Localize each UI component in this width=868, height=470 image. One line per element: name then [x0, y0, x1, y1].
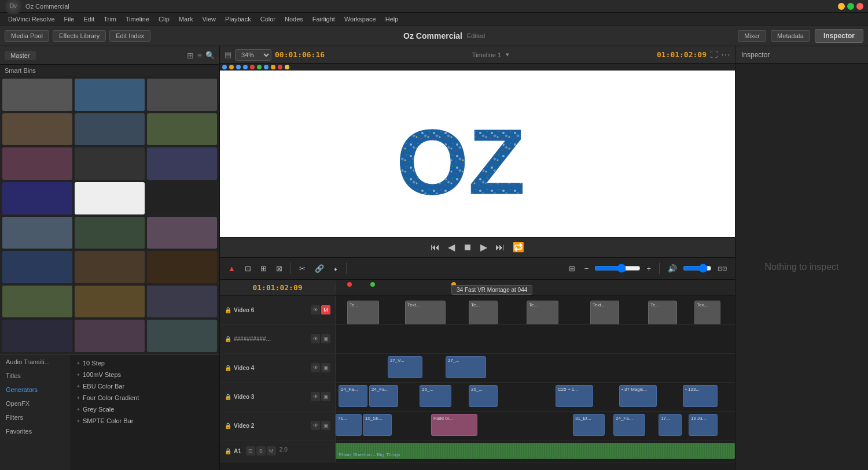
marker-orange2[interactable]	[271, 65, 275, 69]
v6-mute-btn[interactable]: M	[321, 305, 330, 314]
media-thumb-22[interactable]: 16_Women C...	[75, 320, 145, 352]
menu-item-color[interactable]: Color	[256, 14, 280, 24]
v4-eye-btn[interactable]: 👁	[311, 363, 320, 372]
v6-clip-1[interactable]: Te...	[347, 301, 379, 324]
marker-red2[interactable]	[278, 65, 282, 69]
v3-eye-btn[interactable]: 👁	[311, 392, 320, 401]
mixer-btn[interactable]: Mixer	[738, 30, 766, 42]
menu-item-view[interactable]: View	[197, 14, 220, 24]
generator-item-smpte-color-bar[interactable]: SMPTE Color Bar	[72, 415, 217, 427]
marker-green[interactable]	[257, 65, 262, 69]
marker-yellow[interactable]	[285, 65, 289, 69]
stop-btn[interactable]: ⏹	[461, 240, 475, 255]
volume-slider[interactable]	[683, 264, 712, 273]
v6-clip-2[interactable]: Text...	[405, 301, 446, 324]
media-thumb-5[interactable]: 3_Man Sittin...	[147, 113, 217, 146]
zoom-in-btn[interactable]: +	[643, 262, 654, 275]
generator-item-100mv-steps[interactable]: 100mV Steps	[72, 369, 217, 380]
blade-btn[interactable]: ✂	[296, 262, 309, 275]
v6-clip-3[interactable]: Te...	[469, 301, 498, 324]
v4-clip-1[interactable]: 27_V...	[388, 356, 422, 378]
media-thumb-6[interactable]: 6_Blurred Pe...	[2, 147, 72, 180]
v2-cam-btn[interactable]: ▣	[321, 421, 330, 430]
v6-clip-7[interactable]: Tex...	[694, 301, 720, 324]
v4-clip-2[interactable]: 27_...	[446, 356, 486, 378]
effect-cat-audiotransiti[interactable]: Audio Transiti...	[0, 355, 69, 369]
v3-cam-btn[interactable]: ▣	[321, 392, 330, 401]
trim-tool-btn[interactable]: ⊡	[241, 262, 255, 275]
v6-lock-btn[interactable]: 🔒	[225, 307, 231, 313]
menu-item-mark[interactable]: Mark	[174, 14, 197, 24]
more-btn[interactable]: ⋯	[721, 49, 730, 60]
media-thumb-9[interactable]: Timeline 1	[2, 182, 72, 214]
v2-clip-6[interactable]: 19 Ju...	[689, 414, 718, 436]
effect-cat-filters[interactable]: Filters	[0, 410, 69, 424]
menu-item-davinci-resolve[interactable]: DaVinci Resolve	[3, 14, 60, 24]
media-thumb-10[interactable]: oz2	[75, 182, 145, 214]
marker-blue3[interactable]	[243, 65, 248, 69]
list-view-btn[interactable]: ≡	[197, 51, 202, 60]
go-to-start-btn[interactable]: ⏮	[428, 240, 442, 255]
inspector-btn[interactable]: Inspector	[815, 29, 863, 43]
v5-eye-btn[interactable]: 👁	[311, 334, 320, 343]
minimize-btn[interactable]	[838, 3, 845, 10]
media-thumb-4[interactable]: 7_Timelapse...	[75, 113, 145, 146]
timeline-dropdown-icon[interactable]: ▾	[506, 51, 509, 58]
v2-clip-3[interactable]: 31_Et...	[573, 414, 605, 436]
media-thumb-20[interactable]: Dissolve_018...	[147, 286, 217, 318]
media-thumb-13[interactable]: 10_Sketching...	[75, 217, 145, 249]
generator-item-grey-scale[interactable]: Grey Scale	[72, 404, 217, 415]
media-thumb-17[interactable]: 64_Florence...	[147, 251, 217, 283]
a1-mute-btn[interactable]: M	[267, 446, 276, 456]
v3-lock-btn[interactable]: 🔒	[225, 394, 231, 400]
v2-lock-btn[interactable]: 🔒	[225, 423, 231, 429]
v2-clip-1[interactable]: 71...	[336, 414, 362, 436]
media-thumb-21[interactable]: 15_Shaking H...	[2, 320, 72, 352]
volume-btn[interactable]: 🔊	[664, 262, 681, 275]
generator-item-four-color-gradient[interactable]: Four Color Gradient	[72, 392, 217, 404]
media-thumb-18[interactable]: 63_Florence...	[2, 286, 72, 318]
snap-btn[interactable]: ⊞	[565, 262, 579, 275]
media-thumb-14[interactable]: 13_Womand...	[147, 217, 217, 249]
metadata-btn[interactable]: Metadata	[771, 30, 810, 42]
v4-lock-btn[interactable]: 🔒	[225, 365, 231, 371]
v2-clip-fade[interactable]: Fade bl...	[431, 414, 477, 436]
clip-view-btn[interactable]: ▤	[225, 50, 231, 59]
media-thumb-2[interactable]: 1_Man on Ph...	[147, 79, 217, 111]
v3-clip-6[interactable]: • 37 Magic...	[619, 385, 657, 407]
search-btn[interactable]: 🔍	[205, 51, 215, 60]
menu-item-help[interactable]: Help	[381, 14, 403, 24]
select-tool-btn[interactable]: ▲	[225, 262, 239, 275]
menu-item-playback[interactable]: Playback	[220, 14, 256, 24]
go-to-end-btn[interactable]: ⏭	[493, 240, 507, 255]
menu-item-clip[interactable]: Clip	[154, 14, 174, 24]
timeline-marker-red[interactable]	[347, 282, 352, 287]
v3-clip-1[interactable]: 24_Fa...	[339, 385, 367, 407]
effect-cat-favorites[interactable]: Favorites	[0, 424, 69, 438]
media-thumb-0[interactable]: Rhian_Sheeh...	[2, 79, 72, 111]
media-thumb-8[interactable]: 2_Closeup of...	[147, 147, 217, 180]
v3-clip-2[interactable]: 24_Fa...	[369, 385, 398, 407]
zoom-out-btn[interactable]: −	[581, 262, 593, 275]
a1-record-btn[interactable]: ⊡	[246, 446, 255, 456]
timeline-zoom-slider[interactable]	[594, 264, 641, 273]
a1-lock-btn[interactable]: 🔒	[225, 448, 231, 454]
media-thumb-7[interactable]: 8_Tokyo Trai...	[75, 147, 145, 180]
effect-cat-titles[interactable]: Titles	[0, 369, 69, 383]
v5-cam-btn[interactable]: ▣	[321, 334, 330, 343]
fullscreen-btn[interactable]: ⛶	[710, 50, 718, 59]
timeline-marker-green[interactable]	[370, 282, 375, 287]
media-thumb-16[interactable]: 9_Woman Cl...	[75, 251, 145, 283]
close-btn[interactable]	[856, 3, 863, 10]
v3-clip-4[interactable]: 20_...	[469, 385, 498, 407]
dynamic-trim-btn[interactable]: ⊞	[257, 262, 270, 275]
timeline-ruler[interactable]: 34 Fast VR Montage at 044	[336, 280, 735, 296]
menu-item-file[interactable]: File	[60, 14, 79, 24]
v6-clip-6[interactable]: Te...	[648, 301, 677, 324]
a1-solo-btn[interactable]: S	[256, 446, 266, 456]
blade-tool-btn[interactable]: ⊠	[273, 262, 286, 275]
marker-orange[interactable]	[229, 65, 234, 69]
play-btn[interactable]: ▶	[478, 239, 490, 255]
link-btn[interactable]: 🔗	[311, 262, 328, 275]
v5-lock-btn[interactable]: 🔒	[225, 336, 231, 342]
